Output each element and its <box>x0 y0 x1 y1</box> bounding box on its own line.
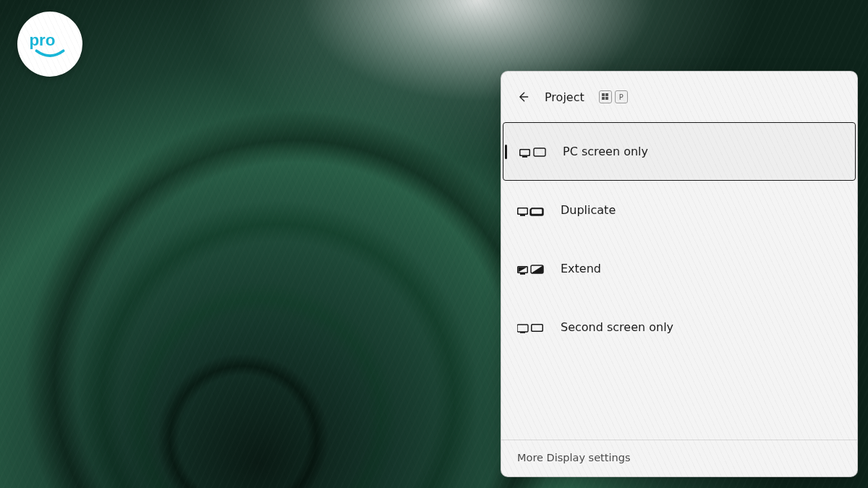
option-pc-screen-only[interactable]: PC screen only <box>503 122 856 181</box>
svg-rect-3 <box>602 97 605 100</box>
svg-rect-7 <box>522 156 527 158</box>
svg-rect-17 <box>531 324 543 332</box>
svg-rect-1 <box>602 93 605 96</box>
panel-footer: More Display settings <box>501 440 857 476</box>
svg-rect-12 <box>517 266 528 273</box>
panel-title: Project <box>545 90 584 104</box>
back-button[interactable] <box>514 88 532 106</box>
svg-rect-15 <box>517 325 528 332</box>
svg-rect-11 <box>520 215 525 216</box>
svg-rect-9 <box>517 207 528 215</box>
svg-rect-10 <box>519 208 527 213</box>
pro-logo-icon: pro <box>27 22 72 67</box>
win-key-icon <box>599 90 612 103</box>
desktop-wallpaper: pro Project P <box>0 0 868 488</box>
panel-header: Project P <box>501 72 857 122</box>
keyboard-shortcut-hint: P <box>599 90 628 103</box>
svg-rect-4 <box>605 97 608 100</box>
second-screen-only-icon <box>517 320 545 335</box>
p-key: P <box>615 90 628 103</box>
option-extend[interactable]: Extend <box>501 239 857 298</box>
svg-rect-16 <box>520 332 525 333</box>
svg-rect-18 <box>532 325 542 330</box>
pc-screen-only-icon <box>519 145 547 159</box>
project-flyout-panel: Project P PC screen only <box>501 71 858 477</box>
option-label: PC screen only <box>563 145 648 158</box>
svg-rect-6 <box>521 150 529 155</box>
option-label: Extend <box>561 262 601 275</box>
svg-rect-2 <box>605 93 608 96</box>
more-display-settings-link[interactable]: More Display settings <box>517 452 841 463</box>
svg-rect-8 <box>534 148 545 156</box>
svg-text:pro: pro <box>29 31 55 49</box>
extend-icon <box>517 262 545 276</box>
svg-rect-5 <box>519 149 530 156</box>
project-options-list: PC screen only Duplicate <box>501 122 857 356</box>
option-second-screen-only[interactable]: Second screen only <box>501 298 857 356</box>
pro-logo-badge: pro <box>17 12 82 77</box>
svg-rect-14 <box>531 265 543 273</box>
svg-rect-13 <box>520 273 525 275</box>
option-duplicate[interactable]: Duplicate <box>501 181 857 239</box>
duplicate-icon <box>517 203 545 218</box>
panel-spacer <box>501 356 857 440</box>
option-label: Second screen only <box>561 320 673 334</box>
option-label: Duplicate <box>561 203 616 217</box>
arrow-left-icon <box>516 90 530 104</box>
